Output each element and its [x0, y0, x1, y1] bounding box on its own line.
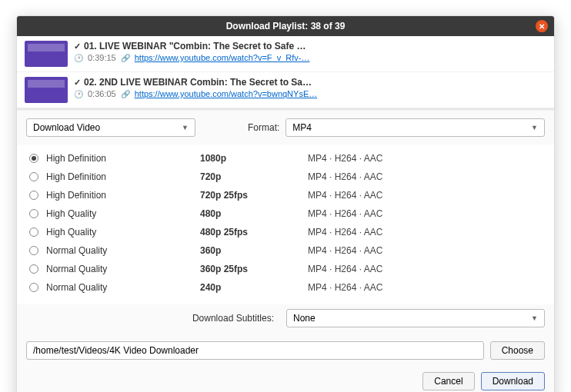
quality-row[interactable]: High Quality480pMP4 · H264 · AAC [26, 204, 545, 223]
quality-name: High Quality [46, 227, 200, 238]
quality-row[interactable]: Normal Quality360p 25fpsMP4 · H264 · AAC [26, 260, 545, 278]
playlist-item-title: 02. 2ND LIVE WEBINAR Combin: The Secret … [84, 77, 312, 88]
quality-codec: MP4 · H264 · AAC [308, 282, 542, 293]
quality-name: High Quality [46, 208, 200, 219]
format-select-value: MP4 [292, 122, 312, 133]
checked-icon: ✓ [74, 42, 81, 51]
quality-resolution: 1080p [200, 153, 308, 164]
quality-resolution: 480p [200, 208, 308, 219]
quality-name: High Definition [46, 153, 200, 164]
quality-codec: MP4 · H264 · AAC [308, 190, 542, 201]
playlist[interactable]: ✓ 01. LIVE WEBINAR "Combin: The Secret t… [17, 36, 554, 109]
quality-radio[interactable] [29, 172, 38, 181]
quality-row[interactable]: High Quality480p 25fpsMP4 · H264 · AAC [26, 223, 545, 241]
subtitles-select[interactable]: None ▼ [286, 309, 545, 327]
chevron-down-icon: ▼ [531, 124, 538, 131]
playlist-item-title: 01. LIVE WEBINAR "Combin: The Secret to … [84, 41, 306, 51]
checked-icon: ✓ [74, 78, 81, 88]
quality-radio[interactable] [29, 246, 38, 255]
quality-name: Normal Quality [46, 264, 200, 274]
action-select[interactable]: Download Video ▼ [26, 118, 195, 137]
playlist-item-url[interactable]: https://www.youtube.com/watch?v=bwnqNYsE… [135, 89, 318, 98]
link-icon: 🔗 [121, 90, 130, 98]
dialog-window: Download Playlist: 38 of 39 ✕ ✓ 01. LIVE… [16, 15, 555, 392]
chevron-down-icon: ▼ [182, 124, 189, 131]
clock-icon: 🕑 [74, 90, 83, 98]
video-thumbnail [25, 77, 68, 103]
quality-radio[interactable] [29, 283, 38, 292]
playlist-item-duration: 0:36:05 [88, 89, 116, 98]
download-button[interactable]: Download [481, 372, 545, 390]
quality-name: High Definition [46, 171, 200, 182]
video-thumbnail [25, 41, 68, 67]
quality-resolution: 720p [200, 171, 308, 182]
playlist-item-url[interactable]: https://www.youtube.com/watch?v=F_v_Rfv-… [135, 53, 310, 62]
quality-codec: MP4 · H264 · AAC [308, 264, 542, 274]
clock-icon: 🕑 [74, 54, 83, 62]
quality-name: Normal Quality [46, 282, 200, 293]
cancel-button[interactable]: Cancel [422, 372, 474, 390]
quality-codec: MP4 · H264 · AAC [308, 245, 542, 256]
quality-name: Normal Quality [46, 245, 200, 256]
playlist-item[interactable]: ✓ 01. LIVE WEBINAR "Combin: The Secret t… [17, 36, 554, 72]
quality-resolution: 360p [200, 245, 308, 256]
subtitles-select-value: None [293, 313, 316, 324]
quality-codec: MP4 · H264 · AAC [308, 153, 542, 164]
link-icon: 🔗 [121, 54, 130, 62]
choose-button[interactable]: Choose [490, 341, 545, 360]
quality-resolution: 480p 25fps [200, 227, 308, 238]
close-icon[interactable]: ✕ [536, 20, 548, 32]
path-input[interactable] [26, 341, 484, 360]
quality-name: High Definition [46, 190, 200, 201]
playlist-item-duration: 0:39:15 [88, 53, 116, 62]
quality-list: High Definition1080pMP4 · H264 · AACHigh… [17, 145, 554, 304]
playlist-item[interactable]: ✓ 02. 2ND LIVE WEBINAR Combin: The Secre… [17, 72, 554, 108]
subtitles-label: Download Subtitles: [26, 313, 280, 324]
quality-radio[interactable] [29, 209, 38, 218]
dialog-title: Download Playlist: 38 of 39 [226, 21, 346, 32]
format-select[interactable]: MP4 ▼ [286, 118, 545, 137]
quality-resolution: 720p 25fps [200, 190, 308, 201]
quality-codec: MP4 · H264 · AAC [308, 208, 542, 219]
quality-resolution: 360p 25fps [200, 264, 308, 274]
quality-radio[interactable] [29, 191, 38, 200]
quality-row[interactable]: Normal Quality240pMP4 · H264 · AAC [26, 278, 545, 297]
quality-codec: MP4 · H264 · AAC [308, 171, 542, 182]
quality-row[interactable]: High Definition1080pMP4 · H264 · AAC [26, 149, 545, 168]
format-label: Format: [248, 122, 279, 133]
quality-resolution: 240p [200, 282, 308, 293]
playlist-meta: ✓ 02. 2ND LIVE WEBINAR Combin: The Secre… [74, 77, 546, 103]
chevron-down-icon: ▼ [531, 314, 538, 322]
quality-radio[interactable] [29, 154, 38, 163]
quality-radio[interactable] [29, 228, 38, 237]
playlist-meta: ✓ 01. LIVE WEBINAR "Combin: The Secret t… [74, 41, 546, 67]
quality-radio[interactable] [29, 264, 38, 274]
action-select-value: Download Video [33, 122, 100, 133]
titlebar: Download Playlist: 38 of 39 ✕ [17, 16, 554, 36]
quality-row[interactable]: Normal Quality360pMP4 · H264 · AAC [26, 241, 545, 260]
quality-row[interactable]: High Definition720p 25fpsMP4 · H264 · AA… [26, 186, 545, 204]
quality-row[interactable]: High Definition720pMP4 · H264 · AAC [26, 168, 545, 186]
quality-codec: MP4 · H264 · AAC [308, 227, 542, 238]
